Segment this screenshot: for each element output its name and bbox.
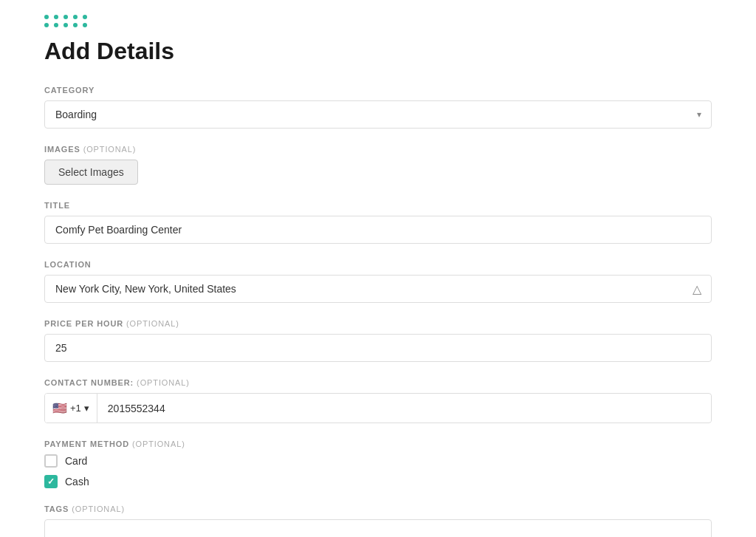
title-group: TITLE [44, 201, 712, 244]
phone-prefix-selector[interactable]: 🇺🇸 +1 ▾ [45, 394, 97, 423]
contact-label: CONTACT NUMBER: (OPTIONAL) [44, 378, 712, 387]
dot [63, 23, 68, 27]
category-select-wrapper: BoardingGroomingTrainingWalkingSitting ▾ [44, 100, 712, 129]
phone-number-input[interactable] [97, 395, 711, 422]
location-input[interactable] [44, 275, 712, 303]
category-select[interactable]: BoardingGroomingTrainingWalkingSitting [44, 100, 712, 129]
page-title: Add Details [44, 38, 712, 65]
cash-checkbox[interactable] [44, 475, 58, 488]
dot [44, 23, 49, 27]
category-group: CATEGORY BoardingGroomingTrainingWalking… [44, 86, 712, 129]
title-input[interactable] [44, 216, 712, 244]
title-label: TITLE [44, 201, 712, 210]
price-input[interactable] [44, 334, 712, 362]
tags-label: TAGS (OPTIONAL) [44, 504, 712, 513]
payment-label: PAYMENT METHOD (OPTIONAL) [44, 439, 712, 448]
price-group: PRICE PER HOUR (OPTIONAL) [44, 319, 712, 362]
dot [83, 15, 87, 19]
tags-input[interactable] [44, 519, 712, 537]
images-label: IMAGES (OPTIONAL) [44, 145, 712, 154]
dot [63, 15, 68, 19]
prefix-dropdown-arrow-icon: ▾ [84, 403, 89, 414]
payment-methods-list: Card Cash [44, 454, 712, 488]
phone-country-code: +1 [70, 403, 81, 414]
tags-group: TAGS (OPTIONAL) [44, 504, 712, 537]
dot [83, 23, 87, 27]
contact-group: CONTACT NUMBER: (OPTIONAL) 🇺🇸 +1 ▾ [44, 378, 712, 423]
cash-label: Cash [65, 476, 89, 488]
location-group: LOCATION △ [44, 260, 712, 303]
payment-cash-option[interactable]: Cash [44, 475, 712, 488]
location-label: LOCATION [44, 260, 712, 269]
select-images-button[interactable]: Select Images [44, 160, 138, 185]
dot [54, 23, 58, 27]
payment-group: PAYMENT METHOD (OPTIONAL) Card Cash [44, 439, 712, 488]
phone-input-wrapper: 🇺🇸 +1 ▾ [44, 393, 712, 423]
us-flag-icon: 🇺🇸 [52, 401, 67, 415]
page-container: Add Details CATEGORY BoardingGroomingTra… [0, 0, 756, 537]
card-label: Card [65, 455, 87, 467]
images-group: IMAGES (OPTIONAL) Select Images [44, 145, 712, 185]
location-icon: △ [693, 282, 701, 296]
payment-card-option[interactable]: Card [44, 454, 712, 468]
dot [73, 15, 78, 19]
dot [73, 23, 78, 27]
price-label: PRICE PER HOUR (OPTIONAL) [44, 319, 712, 328]
card-checkbox[interactable] [44, 454, 58, 468]
dot [54, 15, 58, 19]
dot [44, 15, 49, 19]
location-wrapper: △ [44, 275, 712, 303]
category-label: CATEGORY [44, 86, 712, 95]
decorative-dots [44, 15, 712, 27]
